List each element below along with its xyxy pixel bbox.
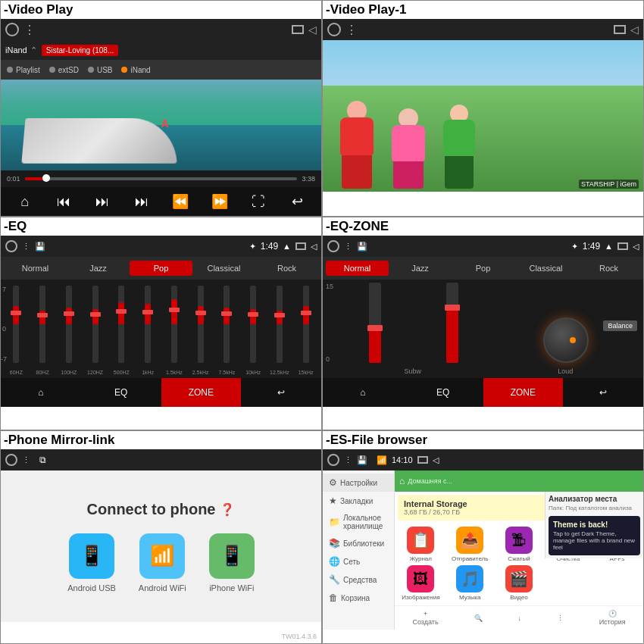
eq-bar-6[interactable]: [162, 286, 187, 363]
eq-handle-6[interactable]: [169, 308, 180, 312]
eq-bar-4[interactable]: [109, 286, 134, 363]
pm-menu-dots[interactable]: ⋮: [22, 455, 30, 465]
eq-bar-9[interactable]: [241, 286, 266, 363]
sidebar-item-local[interactable]: 📁 Локальное хранилище: [323, 510, 394, 534]
tab-inand[interactable]: iNand: [121, 66, 150, 74]
sidebar-item-libs[interactable]: 📚 Библиотеки: [323, 534, 394, 552]
android-wifi-wrap[interactable]: 📶 Android WiFi: [139, 533, 186, 592]
eq-handle-4[interactable]: [116, 309, 127, 314]
eq-window-btn[interactable]: [295, 242, 306, 250]
es-icon-Изображения[interactable]: 🖼Изображения: [398, 565, 444, 601]
eqz-window-btn[interactable]: [617, 242, 628, 250]
tab-playlist[interactable]: Playlist: [7, 66, 40, 74]
eq-mode-normal[interactable]: Normal: [4, 261, 67, 276]
es-create-btn[interactable]: + Создать: [412, 610, 438, 626]
progress-thumb[interactable]: [42, 174, 50, 182]
eq-handle-8[interactable]: [221, 311, 232, 316]
eqz-bar-0[interactable]: [338, 283, 412, 363]
balance-button[interactable]: Balance: [603, 320, 637, 331]
zone-knob[interactable]: [543, 317, 589, 363]
eq-handle-3[interactable]: [90, 312, 101, 317]
sidebar-item-bookmarks[interactable]: ★ Закладки: [323, 492, 394, 510]
eq-bar-7[interactable]: [188, 286, 213, 363]
tab-extsd[interactable]: extSD: [49, 66, 79, 74]
eqz-eq-btn[interactable]: EQ: [403, 378, 483, 407]
fullscreen-button[interactable]: ⛶: [247, 194, 270, 210]
eq-mode-jazz[interactable]: Jazz: [67, 261, 130, 276]
eqz-handle-1[interactable]: [445, 305, 460, 311]
es-back-arrow[interactable]: ◁: [433, 455, 439, 465]
eqz-mode-classical[interactable]: Classical: [514, 261, 577, 276]
es-circle-btn[interactable]: [327, 454, 339, 466]
pm-circle-btn[interactable]: [5, 454, 17, 466]
iphone-wifi-wrap[interactable]: 📱 iPhone WiFi: [209, 533, 255, 592]
eq-mode-pop[interactable]: Pop: [130, 261, 192, 276]
es-download-btn[interactable]: ↓: [517, 614, 521, 622]
eqz-mode-jazz[interactable]: Jazz: [389, 261, 452, 276]
eq-handle-7[interactable]: [195, 311, 206, 315]
eq-zone-btn[interactable]: ZONE: [161, 378, 242, 407]
eq-circle-btn[interactable]: [5, 240, 17, 252]
eqz-save-icon[interactable]: 💾: [357, 242, 367, 252]
sidebar-item-network[interactable]: 🌐 Сеть: [323, 552, 394, 571]
es-home-icon[interactable]: ⌂: [399, 476, 405, 486]
eq-handle-5[interactable]: [142, 310, 153, 314]
next-button[interactable]: ⏭: [91, 194, 114, 210]
android-usb-wrap[interactable]: 📱 Android USB: [67, 533, 116, 592]
rewind-button[interactable]: ⏪: [169, 193, 192, 210]
es-menu-dots[interactable]: ⋮: [344, 455, 352, 465]
sidebar-item-settings[interactable]: ⚙ Настройки: [323, 474, 394, 492]
eq-back-btn[interactable]: ↩: [241, 378, 321, 407]
eq-handle-0[interactable]: [11, 311, 21, 315]
file-name[interactable]: Sistar-Loving (108...: [42, 45, 119, 56]
es-icon-Музыка[interactable]: 🎵Музыка: [447, 565, 493, 601]
eqz-back-arrow[interactable]: ◁: [633, 242, 639, 252]
eq-bar-1[interactable]: [30, 286, 55, 363]
play-button[interactable]: ⏩: [208, 193, 231, 210]
eq-bar-5[interactable]: [136, 286, 161, 363]
vp1-menu-dots[interactable]: ⋮: [345, 23, 358, 37]
es-search-btn[interactable]: 🔍: [474, 614, 483, 622]
eq-handle-11[interactable]: [301, 311, 311, 315]
es-history-btn[interactable]: 🕐 История: [599, 610, 626, 626]
eq-bar-3[interactable]: [83, 286, 108, 363]
eq-bar-0[interactable]: [4, 286, 29, 363]
prev-button[interactable]: ⏮: [52, 194, 75, 210]
eq-save-icon[interactable]: 💾: [35, 242, 45, 252]
eq-home-btn[interactable]: ⌂: [1, 378, 81, 407]
dropdown-arrow[interactable]: ⌃: [30, 45, 37, 55]
question-icon[interactable]: ❓: [220, 502, 235, 517]
eqz-mode-normal[interactable]: Normal: [326, 261, 389, 276]
eqz-zone-btn[interactable]: ZONE: [483, 378, 564, 407]
es-icon-Видео[interactable]: 🎬Видео: [496, 565, 542, 601]
eq-mode-classical[interactable]: Classical: [192, 261, 255, 276]
eq-back-arrow[interactable]: ◁: [311, 242, 317, 252]
eqz-handle-0[interactable]: [367, 325, 383, 331]
sidebar-item-trash[interactable]: 🗑 Корзина: [323, 589, 394, 607]
eq-handle-1[interactable]: [37, 313, 48, 317]
eqz-circle-btn[interactable]: [327, 240, 339, 252]
fast-forward-button[interactable]: ⏭: [130, 194, 153, 210]
eq-mode-rock[interactable]: Rock: [255, 261, 318, 276]
back-arrow[interactable]: ◁: [308, 23, 317, 36]
vp1-back-arrow[interactable]: ◁: [630, 23, 639, 36]
eqz-bar-1[interactable]: [415, 283, 489, 363]
eq-handle-2[interactable]: [64, 311, 74, 316]
eqz-mode-rock[interactable]: Rock: [577, 261, 640, 276]
pm-mirror-icon[interactable]: ⧉: [39, 455, 46, 465]
eqz-back-btn[interactable]: ↩: [563, 378, 643, 407]
menu-dots[interactable]: ⋮: [23, 23, 36, 37]
eqz-menu-dots[interactable]: ⋮: [344, 242, 352, 252]
window-btn[interactable]: [292, 25, 304, 34]
es-save-icon[interactable]: 💾: [357, 455, 367, 465]
eq-handle-10[interactable]: [274, 313, 285, 317]
es-icon-Журнал[interactable]: 📋Журнал: [398, 527, 444, 562]
back-button[interactable]: ↩: [286, 193, 308, 210]
tab-usb[interactable]: USB: [88, 66, 113, 74]
eq-handle-9[interactable]: [248, 312, 258, 317]
eq-menu-dots[interactable]: ⋮: [22, 242, 30, 252]
eq-bar-8[interactable]: [214, 286, 239, 363]
sidebar-item-tools[interactable]: 🔧 Средства: [323, 571, 394, 589]
es-more-btn[interactable]: ⋮: [557, 614, 564, 622]
circle-btn[interactable]: [5, 23, 19, 36]
